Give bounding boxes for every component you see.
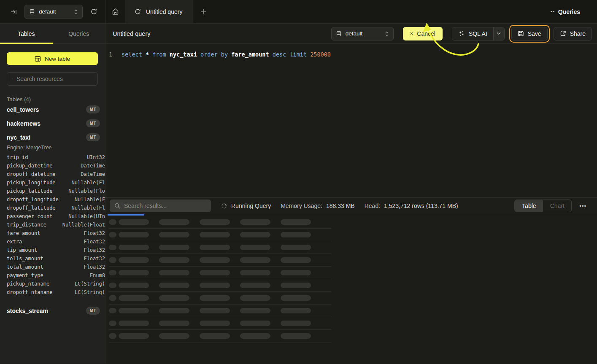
spinner-icon bbox=[221, 202, 227, 209]
column-row: total_amountFloat32 bbox=[7, 264, 105, 272]
memory-usage-stat: Memory Usage: 188.33 MB bbox=[281, 202, 355, 209]
table-name: nyc_taxi bbox=[7, 134, 30, 141]
skeleton-row bbox=[109, 216, 331, 229]
sql-ai-button[interactable]: SQL AI bbox=[452, 27, 493, 40]
queries-link[interactable]: Queries bbox=[551, 8, 580, 15]
tab-label: Untitled query bbox=[146, 8, 182, 15]
skeleton-row bbox=[109, 279, 331, 292]
read-stat: Read: 1,523,712 rows (113.71 MB) bbox=[365, 202, 458, 209]
column-row: payment_typeEnum8 bbox=[7, 272, 105, 281]
new-table-button[interactable]: New table bbox=[7, 52, 98, 65]
read-label: Read: bbox=[365, 202, 380, 209]
skeleton-row bbox=[109, 267, 331, 279]
cancel-button[interactable]: × Cancel bbox=[403, 27, 443, 40]
collapse-sidebar-button[interactable] bbox=[8, 7, 19, 17]
column-row: tolls_amountFloat32 bbox=[7, 256, 105, 264]
save-highlight-ring: Save bbox=[509, 25, 550, 43]
table-icon bbox=[35, 56, 41, 62]
table-name: hackernews bbox=[7, 120, 41, 127]
column-row: pickup_longitudeNullable(Fl bbox=[7, 180, 105, 188]
engine-badge: MT bbox=[86, 119, 100, 127]
column-row: trip_idUInt32 bbox=[7, 154, 105, 163]
engine-badge: MT bbox=[86, 105, 100, 113]
sidebar-search-input[interactable] bbox=[16, 75, 93, 82]
table-row-nyc-taxi[interactable]: nyc_taxi MT bbox=[0, 130, 105, 144]
read-value: 1,523,712 rows (113.71 MB) bbox=[384, 202, 458, 209]
sidebar-tab-queries[interactable]: Queries bbox=[53, 24, 105, 43]
cancel-label: Cancel bbox=[417, 30, 435, 37]
column-row: dropoff_ntanameLC(String) bbox=[7, 289, 105, 298]
refresh-button[interactable] bbox=[89, 6, 99, 17]
chevron-updown-icon bbox=[74, 9, 78, 15]
sql-code-line: select * from nyc_taxi order by fare_amo… bbox=[116, 50, 331, 59]
engine-label: Engine: MergeTree bbox=[7, 145, 105, 151]
nyc-taxi-columns: trip_idUInt32pickup_datetimeDateTimedrop… bbox=[0, 154, 105, 298]
save-button[interactable]: Save bbox=[511, 27, 548, 40]
query-progress-fill bbox=[108, 214, 144, 216]
query-database-selector[interactable]: default bbox=[331, 27, 394, 40]
topbar-left: default bbox=[0, 0, 105, 23]
view-toggle: Table Chart bbox=[514, 200, 572, 212]
column-row: pickup_ntanameLC(String) bbox=[7, 281, 105, 289]
home-icon bbox=[112, 8, 119, 15]
column-row: pickup_latitudeNullable(Flo bbox=[7, 188, 105, 197]
topbar-database-selector[interactable]: default bbox=[24, 5, 83, 19]
table-row-stocks-stream[interactable]: stocks_stream MT bbox=[0, 304, 105, 318]
table-name: stocks_stream bbox=[7, 307, 48, 314]
top-tab-bar: default Untitled query Queries bbox=[0, 0, 597, 24]
refresh-icon bbox=[90, 8, 97, 15]
view-toggle-chart[interactable]: Chart bbox=[543, 200, 571, 212]
column-row: pickup_datetimeDateTime bbox=[7, 163, 105, 171]
topbar-database-value: default bbox=[39, 8, 70, 15]
sql-ai-split-button: SQL AI bbox=[452, 27, 505, 40]
table-row-cell-towers[interactable]: cell_towers MT bbox=[0, 102, 105, 116]
sql-editor[interactable]: 1 select * from nyc_taxi order by fare_a… bbox=[105, 44, 597, 197]
memory-usage-value: 188.33 MB bbox=[326, 202, 355, 209]
topbar-right: Queries bbox=[551, 0, 597, 23]
more-options-button[interactable]: ••• bbox=[577, 201, 589, 211]
new-table-label: New table bbox=[45, 56, 70, 62]
column-row: dropoff_datetimeDateTime bbox=[7, 171, 105, 180]
column-row: extraFloat32 bbox=[7, 239, 105, 247]
results-toolbar: Running Query Memory Usage: 188.33 MB Re… bbox=[105, 197, 597, 214]
new-tab-button[interactable] bbox=[193, 0, 213, 23]
line-number: 1 bbox=[105, 50, 116, 59]
engine-badge: MT bbox=[86, 307, 100, 315]
tab-untitled-query[interactable]: Untitled query bbox=[125, 0, 193, 23]
sidebar-search[interactable] bbox=[7, 72, 98, 86]
sidebar-content: New table bbox=[0, 44, 105, 86]
sidebar-tab-tables[interactable]: Tables bbox=[0, 24, 53, 43]
column-row: tip_amountFloat32 bbox=[7, 247, 105, 256]
query-database-value: default bbox=[346, 30, 381, 37]
query-header: Untitled query default × Cancel bbox=[105, 24, 597, 44]
sql-ai-dropdown-button[interactable] bbox=[493, 27, 504, 40]
save-icon bbox=[518, 30, 524, 37]
status-text: Running Query bbox=[231, 202, 271, 209]
skeleton-row bbox=[109, 305, 331, 317]
close-icon: × bbox=[410, 31, 413, 36]
database-icon bbox=[336, 31, 342, 37]
home-tab[interactable] bbox=[105, 0, 125, 23]
memory-usage-label: Memory Usage: bbox=[281, 202, 322, 209]
tab-strip: Untitled query bbox=[105, 0, 213, 23]
query-progress bbox=[105, 214, 597, 216]
skeleton-row bbox=[109, 254, 331, 267]
query-running-icon bbox=[135, 8, 141, 15]
query-controls: default × Cancel SQL AI bbox=[331, 25, 592, 43]
column-row: fare_amountFloat32 bbox=[7, 230, 105, 239]
share-icon bbox=[560, 30, 566, 37]
sidebar-tabs: Tables Queries bbox=[0, 24, 105, 44]
share-button[interactable]: Share bbox=[554, 27, 592, 40]
share-label: Share bbox=[570, 30, 586, 37]
view-toggle-table[interactable]: Table bbox=[515, 200, 543, 212]
code-line-1: 1 select * from nyc_taxi order by fare_a… bbox=[105, 50, 597, 59]
results-search-input[interactable] bbox=[124, 202, 206, 209]
skeleton-row bbox=[109, 241, 331, 254]
queries-icon bbox=[551, 11, 554, 12]
table-row-hackernews[interactable]: hackernews MT bbox=[0, 116, 105, 130]
query-status: Running Query bbox=[221, 202, 271, 209]
sql-ai-label: SQL AI bbox=[469, 30, 487, 37]
results-search[interactable] bbox=[110, 200, 211, 212]
column-row: passenger_countNullable(UIn bbox=[7, 213, 105, 222]
table-name: cell_towers bbox=[7, 106, 39, 113]
